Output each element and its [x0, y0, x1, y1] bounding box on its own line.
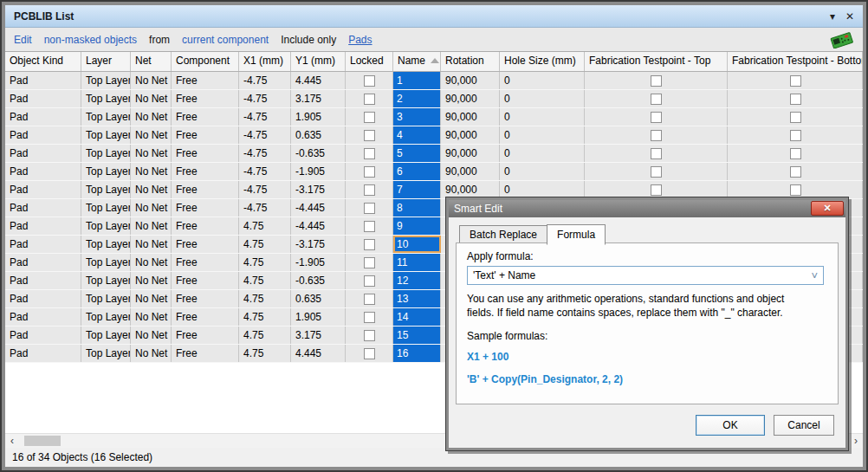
panel-menu-icon[interactable]: ▾ — [830, 11, 835, 22]
cell-x1[interactable]: -4.75 — [239, 90, 291, 107]
cell-component[interactable]: Free — [172, 90, 239, 107]
cell-y1[interactable]: -4.445 — [291, 217, 346, 235]
cell-net[interactable]: No Net — [131, 345, 172, 362]
col-header-hole-size[interactable]: Hole Size (mm) — [500, 52, 585, 71]
locked-checkbox[interactable] — [364, 239, 375, 250]
cell-component[interactable]: Free — [172, 290, 239, 307]
col-header-fab-testpoint-top[interactable]: Fabrication Testpoint - Top — [585, 52, 728, 71]
cell-layer[interactable]: Top Layer — [81, 72, 131, 89]
cell-layer[interactable]: Top Layer — [81, 290, 131, 307]
cell-x1[interactable]: -4.75 — [239, 145, 291, 162]
cell-object-kind[interactable]: Pad — [5, 236, 81, 253]
cell-layer[interactable]: Top Layer — [81, 163, 131, 180]
cell-net[interactable]: No Net — [131, 181, 172, 198]
col-header-locked[interactable]: Locked — [346, 52, 393, 71]
cell-net[interactable]: No Net — [131, 145, 172, 162]
table-row[interactable]: Pad Top Layer No Net Free -4.75 -0.635 5… — [5, 145, 863, 163]
dialog-titlebar[interactable]: Smart Edit ✕ — [449, 200, 845, 217]
cell-rotation[interactable]: 90,000 — [441, 90, 500, 107]
pcb-board-icon[interactable] — [828, 31, 854, 48]
cell-hole-size[interactable]: 0 — [500, 126, 585, 144]
cell-x1[interactable]: -4.75 — [239, 126, 291, 144]
locked-checkbox[interactable] — [364, 112, 375, 123]
cancel-button[interactable]: Cancel — [774, 415, 834, 436]
cell-component[interactable]: Free — [172, 145, 239, 162]
fab-testpoint-bottom-checkbox[interactable] — [790, 94, 801, 105]
table-row[interactable]: Pad Top Layer No Net Free -4.75 1.905 3 … — [5, 108, 863, 126]
cell-layer[interactable]: Top Layer — [81, 345, 131, 362]
locked-checkbox[interactable] — [364, 94, 375, 105]
cell-layer[interactable]: Top Layer — [81, 199, 131, 217]
cell-component[interactable]: Free — [172, 236, 239, 253]
cell-component[interactable]: Free — [172, 199, 239, 217]
fab-testpoint-bottom-checkbox[interactable] — [790, 112, 801, 123]
locked-checkbox[interactable] — [364, 257, 375, 268]
cell-x1[interactable]: -4.75 — [239, 199, 291, 217]
cell-net[interactable]: No Net — [131, 199, 172, 217]
cell-layer[interactable]: Top Layer — [81, 217, 131, 235]
close-icon[interactable]: ✕ — [845, 11, 854, 22]
cell-x1[interactable]: -4.75 — [239, 181, 291, 198]
cell-name[interactable]: 13 — [393, 290, 441, 307]
formula-combobox[interactable]: 'Text' + Name ˅ — [467, 266, 824, 285]
edit-action-link[interactable]: Edit — [14, 34, 32, 46]
cell-layer[interactable]: Top Layer — [81, 308, 131, 326]
fab-testpoint-top-checkbox[interactable] — [651, 130, 662, 141]
cell-layer[interactable]: Top Layer — [81, 145, 131, 162]
cell-name[interactable]: 2 — [393, 90, 441, 107]
cell-object-kind[interactable]: Pad — [5, 272, 81, 289]
cell-y1[interactable]: 1.905 — [291, 108, 346, 126]
cell-layer[interactable]: Top Layer — [81, 236, 131, 253]
cell-net[interactable]: No Net — [131, 126, 172, 144]
cell-component[interactable]: Free — [172, 163, 239, 180]
fab-testpoint-top-checkbox[interactable] — [651, 112, 662, 123]
cell-hole-size[interactable]: 0 — [500, 108, 585, 126]
cell-layer[interactable]: Top Layer — [81, 181, 131, 198]
panel-titlebar[interactable]: PCBLIB List ▾ ✕ — [5, 5, 863, 28]
fab-testpoint-bottom-checkbox[interactable] — [790, 184, 801, 196]
cell-hole-size[interactable]: 0 — [500, 72, 585, 89]
table-row[interactable]: Pad Top Layer No Net Free -4.75 -1.905 6… — [5, 163, 863, 181]
cell-name[interactable]: 3 — [393, 108, 441, 126]
cell-name[interactable]: 14 — [393, 308, 441, 326]
cell-net[interactable]: No Net — [131, 163, 172, 180]
cell-net[interactable]: No Net — [131, 290, 172, 307]
source-scope-link[interactable]: current component — [182, 34, 269, 46]
ok-button[interactable]: OK — [696, 415, 765, 436]
cell-object-kind[interactable]: Pad — [5, 163, 81, 180]
col-header-fab-testpoint-bottom[interactable]: Fabrication Testpoint - Bottom — [728, 52, 863, 71]
cell-component[interactable]: Free — [172, 181, 239, 198]
cell-name[interactable]: 10 — [393, 236, 441, 253]
cell-net[interactable]: No Net — [131, 90, 172, 107]
scrollbar-thumb[interactable] — [24, 436, 61, 446]
cell-object-kind[interactable]: Pad — [5, 90, 81, 107]
cell-object-kind[interactable]: Pad — [5, 145, 81, 162]
locked-checkbox[interactable] — [364, 221, 375, 232]
cell-y1[interactable]: 3.175 — [291, 90, 346, 107]
cell-object-kind[interactable]: Pad — [5, 217, 81, 235]
cell-rotation[interactable]: 90,000 — [441, 163, 500, 180]
scroll-right-icon[interactable]: › — [854, 435, 858, 447]
locked-checkbox[interactable] — [364, 184, 375, 196]
cell-x1[interactable]: 4.75 — [239, 290, 291, 307]
col-header-net[interactable]: Net — [131, 52, 172, 71]
cell-x1[interactable]: -4.75 — [239, 163, 291, 180]
locked-checkbox[interactable] — [364, 294, 375, 305]
cell-layer[interactable]: Top Layer — [81, 90, 131, 107]
cell-component[interactable]: Free — [172, 272, 239, 289]
cell-net[interactable]: No Net — [131, 236, 172, 253]
cell-object-kind[interactable]: Pad — [5, 327, 81, 344]
cell-hole-size[interactable]: 0 — [500, 163, 585, 180]
cell-name[interactable]: 5 — [393, 145, 441, 162]
cell-hole-size[interactable]: 0 — [500, 181, 585, 198]
locked-checkbox[interactable] — [364, 312, 375, 323]
locked-checkbox[interactable] — [364, 130, 375, 141]
fab-testpoint-top-checkbox[interactable] — [651, 184, 662, 196]
locked-checkbox[interactable] — [364, 166, 375, 178]
cell-net[interactable]: No Net — [131, 217, 172, 235]
cell-layer[interactable]: Top Layer — [81, 272, 131, 289]
cell-name[interactable]: 6 — [393, 163, 441, 180]
cell-rotation[interactable]: 90,000 — [441, 145, 500, 162]
cell-y1[interactable]: 1.905 — [291, 308, 346, 326]
cell-object-kind[interactable]: Pad — [5, 345, 81, 362]
